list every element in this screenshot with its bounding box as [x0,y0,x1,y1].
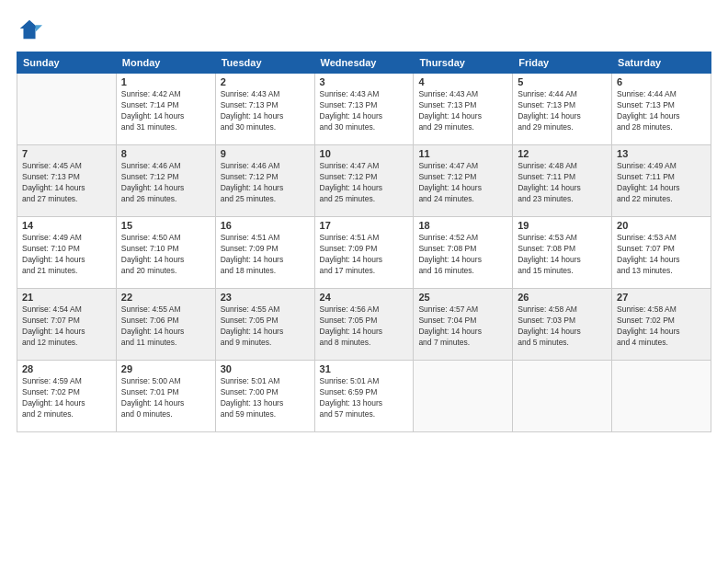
day-cell: 13Sunrise: 4:49 AM Sunset: 7:11 PM Dayli… [612,145,711,217]
day-cell: 21Sunrise: 4:54 AM Sunset: 7:07 PM Dayli… [17,289,117,361]
day-number: 20 [617,220,706,231]
day-info: Sunrise: 4:47 AM Sunset: 7:12 PM Dayligh… [320,161,409,205]
day-number: 3 [320,76,409,87]
day-cell: 17Sunrise: 4:51 AM Sunset: 7:09 PM Dayli… [314,217,414,289]
day-number: 10 [320,148,409,159]
day-cell [414,361,513,432]
day-cell: 9Sunrise: 4:46 AM Sunset: 7:12 PM Daylig… [215,145,314,217]
day-info: Sunrise: 4:43 AM Sunset: 7:13 PM Dayligh… [221,89,310,133]
day-cell: 23Sunrise: 4:55 AM Sunset: 7:05 PM Dayli… [215,289,314,361]
day-cell: 8Sunrise: 4:46 AM Sunset: 7:12 PM Daylig… [116,145,215,217]
column-header-tuesday: Tuesday [215,52,314,74]
day-info: Sunrise: 4:51 AM Sunset: 7:09 PM Dayligh… [320,233,409,277]
day-cell [513,361,612,432]
logo-icon [17,17,42,42]
day-number: 19 [518,220,607,231]
day-info: Sunrise: 4:59 AM Sunset: 7:02 PM Dayligh… [22,376,111,420]
day-number: 6 [617,76,706,87]
day-number: 27 [617,292,706,303]
day-info: Sunrise: 4:57 AM Sunset: 7:04 PM Dayligh… [418,304,507,349]
day-cell: 27Sunrise: 4:58 AM Sunset: 7:02 PM Dayli… [612,289,711,361]
day-info: Sunrise: 4:43 AM Sunset: 7:13 PM Dayligh… [418,89,507,133]
day-info: Sunrise: 4:55 AM Sunset: 7:05 PM Dayligh… [221,304,310,349]
column-header-monday: Monday [116,52,215,74]
day-info: Sunrise: 4:44 AM Sunset: 7:13 PM Dayligh… [518,89,607,133]
column-header-wednesday: Wednesday [314,52,414,74]
day-number: 21 [22,292,111,303]
logo [17,17,46,42]
day-cell: 12Sunrise: 4:48 AM Sunset: 7:11 PM Dayli… [513,145,612,217]
day-cell: 7Sunrise: 4:45 AM Sunset: 7:13 PM Daylig… [17,145,117,217]
day-cell: 28Sunrise: 4:59 AM Sunset: 7:02 PM Dayli… [17,361,117,432]
day-number: 12 [518,148,607,159]
day-info: Sunrise: 4:58 AM Sunset: 7:03 PM Dayligh… [518,304,607,349]
day-cell: 16Sunrise: 4:51 AM Sunset: 7:09 PM Dayli… [215,217,314,289]
svg-marker-1 [36,25,42,31]
day-number: 17 [320,220,409,231]
day-number: 11 [418,148,507,159]
day-info: Sunrise: 4:49 AM Sunset: 7:10 PM Dayligh… [22,233,111,277]
column-header-sunday: Sunday [17,52,117,74]
day-number: 15 [121,220,210,231]
day-cell [17,74,117,145]
day-cell: 5Sunrise: 4:44 AM Sunset: 7:13 PM Daylig… [513,74,612,145]
day-info: Sunrise: 4:42 AM Sunset: 7:14 PM Dayligh… [121,89,210,133]
day-info: Sunrise: 4:48 AM Sunset: 7:11 PM Dayligh… [518,161,607,205]
day-info: Sunrise: 4:53 AM Sunset: 7:07 PM Dayligh… [617,233,706,277]
page: SundayMondayTuesdayWednesdayThursdayFrid… [0,0,728,563]
column-header-saturday: Saturday [612,52,711,74]
day-info: Sunrise: 4:46 AM Sunset: 7:12 PM Dayligh… [121,161,210,205]
day-number: 7 [22,148,111,159]
day-cell: 4Sunrise: 4:43 AM Sunset: 7:13 PM Daylig… [414,74,513,145]
day-cell: 30Sunrise: 5:01 AM Sunset: 7:00 PM Dayli… [215,361,314,432]
column-header-friday: Friday [513,52,612,74]
day-number: 2 [221,76,310,87]
calendar: SundayMondayTuesdayWednesdayThursdayFrid… [17,52,711,432]
day-info: Sunrise: 5:00 AM Sunset: 7:01 PM Dayligh… [121,376,210,420]
day-cell: 29Sunrise: 5:00 AM Sunset: 7:01 PM Dayli… [116,361,215,432]
day-info: Sunrise: 4:45 AM Sunset: 7:13 PM Dayligh… [22,161,111,205]
week-row-1: 1Sunrise: 4:42 AM Sunset: 7:14 PM Daylig… [17,74,711,145]
day-cell: 6Sunrise: 4:44 AM Sunset: 7:13 PM Daylig… [612,74,711,145]
day-info: Sunrise: 4:43 AM Sunset: 7:13 PM Dayligh… [320,89,409,133]
day-number: 5 [518,76,607,87]
day-number: 30 [221,363,310,374]
day-cell: 2Sunrise: 4:43 AM Sunset: 7:13 PM Daylig… [215,74,314,145]
day-cell: 19Sunrise: 4:53 AM Sunset: 7:08 PM Dayli… [513,217,612,289]
day-info: Sunrise: 4:46 AM Sunset: 7:12 PM Dayligh… [221,161,310,205]
day-cell: 24Sunrise: 4:56 AM Sunset: 7:05 PM Dayli… [314,289,414,361]
day-number: 31 [320,363,409,374]
day-number: 14 [22,220,111,231]
day-info: Sunrise: 4:44 AM Sunset: 7:13 PM Dayligh… [617,89,706,133]
day-number: 22 [121,292,210,303]
day-info: Sunrise: 4:56 AM Sunset: 7:05 PM Dayligh… [320,304,409,349]
day-cell: 1Sunrise: 4:42 AM Sunset: 7:14 PM Daylig… [116,74,215,145]
day-info: Sunrise: 4:58 AM Sunset: 7:02 PM Dayligh… [617,304,706,349]
day-info: Sunrise: 4:49 AM Sunset: 7:11 PM Dayligh… [617,161,706,205]
column-header-thursday: Thursday [414,52,513,74]
day-info: Sunrise: 5:01 AM Sunset: 7:00 PM Dayligh… [221,376,310,420]
day-cell: 26Sunrise: 4:58 AM Sunset: 7:03 PM Dayli… [513,289,612,361]
day-number: 23 [221,292,310,303]
day-info: Sunrise: 4:52 AM Sunset: 7:08 PM Dayligh… [418,233,507,277]
day-cell: 10Sunrise: 4:47 AM Sunset: 7:12 PM Dayli… [314,145,414,217]
day-cell [612,361,711,432]
day-info: Sunrise: 4:50 AM Sunset: 7:10 PM Dayligh… [121,233,210,277]
day-number: 4 [418,76,507,87]
day-number: 18 [418,220,507,231]
header-row: SundayMondayTuesdayWednesdayThursdayFrid… [17,52,711,74]
day-cell: 25Sunrise: 4:57 AM Sunset: 7:04 PM Dayli… [414,289,513,361]
header [17,17,711,42]
day-number: 29 [121,363,210,374]
day-number: 26 [518,292,607,303]
week-row-4: 21Sunrise: 4:54 AM Sunset: 7:07 PM Dayli… [17,289,711,361]
day-number: 8 [121,148,210,159]
week-row-3: 14Sunrise: 4:49 AM Sunset: 7:10 PM Dayli… [17,217,711,289]
day-number: 16 [221,220,310,231]
day-number: 24 [320,292,409,303]
day-number: 9 [221,148,310,159]
day-cell: 31Sunrise: 5:01 AM Sunset: 6:59 PM Dayli… [314,361,414,432]
day-number: 25 [418,292,507,303]
week-row-5: 28Sunrise: 4:59 AM Sunset: 7:02 PM Dayli… [17,361,711,432]
day-info: Sunrise: 4:47 AM Sunset: 7:12 PM Dayligh… [418,161,507,205]
